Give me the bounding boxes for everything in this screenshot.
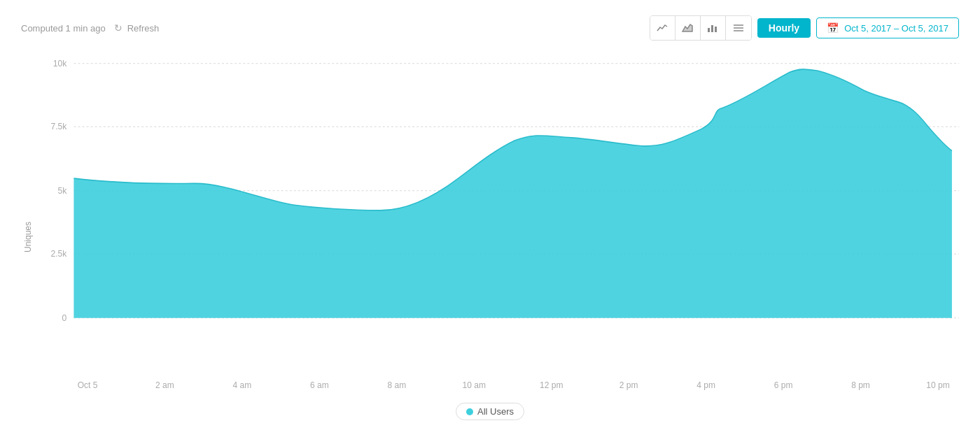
chart-area: Uniques 10k 7.5k	[21, 49, 959, 397]
x-label-12pm: 12 pm	[538, 380, 566, 397]
svg-marker-0	[682, 24, 692, 31]
x-label-8pm: 8 pm	[847, 380, 875, 397]
legend-dot-all-users	[466, 408, 473, 415]
line-chart-button[interactable]	[650, 16, 676, 40]
toolbar: Computed 1 min ago ↻ Refresh	[21, 14, 959, 42]
x-label-2pm: 2 pm	[615, 380, 643, 397]
chart-inner: 10k 7.5k 5k 2.5k 0 Oct 5 2 am 4 am 6 am	[35, 49, 959, 397]
svg-rect-3	[715, 27, 717, 32]
x-label-8am: 8 am	[383, 380, 411, 397]
chart-svg: 10k 7.5k 5k 2.5k 0	[35, 49, 959, 376]
chart-area-fill	[74, 69, 952, 318]
calendar-icon: 📅	[827, 22, 839, 34]
svg-text:5k: 5k	[58, 186, 68, 196]
svg-text:10k: 10k	[53, 59, 67, 69]
x-label-oct5: Oct 5	[74, 380, 102, 397]
line-chart-icon	[657, 22, 668, 34]
x-label-10am: 10 am	[460, 380, 488, 397]
x-label-6pm: 6 pm	[769, 380, 797, 397]
area-chart-icon	[682, 22, 693, 34]
table-icon	[733, 22, 744, 34]
legend-all-users-label: All Users	[477, 406, 514, 417]
x-axis: Oct 5 2 am 4 am 6 am 8 am 10 am 12 pm 2 …	[35, 376, 959, 397]
toolbar-left: Computed 1 min ago ↻ Refresh	[21, 22, 159, 34]
x-label-10pm: 10 pm	[924, 380, 952, 397]
legend-all-users: All Users	[456, 403, 524, 420]
toolbar-right: Hourly 📅 Oct 5, 2017 – Oct 5, 2017	[650, 15, 959, 41]
svg-text:0: 0	[62, 313, 67, 323]
svg-rect-1	[708, 28, 710, 32]
refresh-icon: ↻	[113, 22, 124, 34]
chart-svg-container: 10k 7.5k 5k 2.5k 0	[35, 49, 959, 376]
refresh-button[interactable]: ↻ Refresh	[113, 22, 160, 34]
y-axis-label: Uniques	[21, 49, 35, 397]
dashboard-container: Computed 1 min ago ↻ Refresh	[0, 0, 980, 430]
bar-chart-button[interactable]	[701, 16, 726, 40]
date-range-label: Oct 5, 2017 – Oct 5, 2017	[844, 23, 948, 34]
legend: All Users	[21, 397, 959, 423]
hourly-button[interactable]: Hourly	[757, 18, 811, 38]
svg-text:2.5k: 2.5k	[51, 249, 68, 259]
area-chart-button[interactable]	[676, 16, 701, 40]
x-label-6am: 6 am	[305, 380, 333, 397]
chart-type-buttons	[650, 15, 752, 41]
svg-text:7.5k: 7.5k	[51, 122, 68, 131]
table-chart-button[interactable]	[726, 16, 751, 40]
date-range-button[interactable]: 📅 Oct 5, 2017 – Oct 5, 2017	[816, 17, 959, 38]
refresh-label: Refresh	[127, 23, 160, 34]
svg-rect-2	[711, 25, 713, 32]
x-label-4pm: 4 pm	[692, 380, 720, 397]
bar-chart-icon	[707, 22, 718, 34]
computed-time-label: Computed 1 min ago	[21, 23, 106, 34]
x-label-2am: 2 am	[150, 380, 178, 397]
x-label-4am: 4 am	[228, 380, 256, 397]
